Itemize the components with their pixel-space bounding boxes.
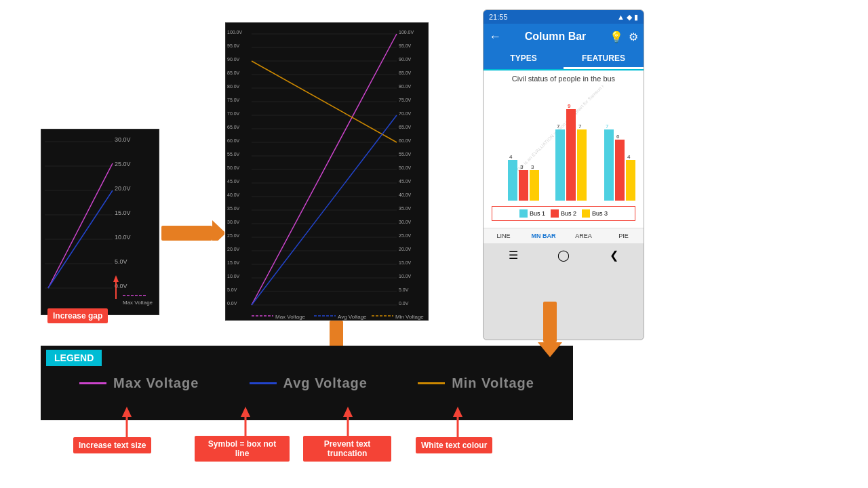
svg-text:45.0V: 45.0V — [227, 179, 240, 184]
phone-legend-bus3: Bus 3 — [582, 209, 608, 218]
svg-text:90.0V: 90.0V — [399, 57, 412, 62]
prevent-truncation-label: Prevent text truncation — [303, 436, 391, 462]
svg-rect-108 — [566, 109, 576, 201]
svg-marker-123 — [122, 407, 132, 417]
svg-text:5.0V: 5.0V — [227, 287, 237, 292]
svg-rect-115 — [615, 140, 625, 201]
svg-text:10.0V: 10.0V — [115, 234, 131, 241]
arrow-phone-bottom — [538, 302, 562, 357]
settings-icon[interactable]: ⚙ — [629, 30, 638, 43]
svg-text:25.0V: 25.0V — [227, 233, 240, 238]
svg-text:100.0V: 100.0V — [227, 30, 243, 35]
symbol-box-label: Symbol = box not line — [195, 436, 290, 462]
bulb-icon[interactable]: 💡 — [610, 30, 623, 43]
phone-nav-bar: ☰ ◯ ❮ — [484, 243, 644, 267]
svg-rect-110 — [577, 129, 587, 201]
phone-status-bar: 21:55 ▲ ◆ ▮ — [484, 10, 644, 24]
svg-text:65.0V: 65.0V — [227, 125, 240, 129]
phone-legend-box-bus3 — [582, 209, 590, 218]
svg-text:75.0V: 75.0V — [399, 98, 412, 102]
small-chart: 30.0V 25.0V 20.0V 15.0V 10.0V 5.0V 0.0V … — [41, 129, 159, 315]
bottom-tab-pie[interactable]: PIE — [604, 228, 644, 243]
legend-items: Max Voltage Avg Voltage Min Voltage — [41, 370, 573, 391]
phone-legend-box-bus1 — [519, 209, 528, 218]
svg-text:55.0V: 55.0V — [399, 152, 412, 157]
small-chart-svg: 30.0V 25.0V 20.0V 15.0V 10.0V 5.0V 0.0V … — [41, 129, 160, 316]
phone-legend-label-bus2: Bus 2 — [561, 210, 576, 217]
legend-line-max — [79, 382, 106, 384]
phone-legend-label-bus3: Bus 3 — [592, 210, 608, 217]
svg-text:Max Voltage: Max Voltage — [275, 314, 306, 320]
svg-rect-103 — [530, 170, 539, 201]
svg-text:100.0V: 100.0V — [399, 30, 414, 35]
phone-status-icons: ▲ ◆ ▮ — [617, 13, 638, 22]
svg-text:Min Voltage: Min Voltage — [395, 314, 424, 320]
phone-home-icon[interactable]: ◯ — [557, 249, 570, 262]
svg-text:10.0V: 10.0V — [227, 274, 240, 279]
svg-text:Max Voltage: Max Voltage — [123, 300, 153, 306]
tab-types[interactable]: TYPES — [484, 49, 564, 69]
svg-text:0.0V: 0.0V — [399, 301, 409, 306]
svg-line-14 — [48, 163, 113, 288]
svg-text:30.0V: 30.0V — [399, 220, 412, 224]
svg-marker-127 — [343, 407, 353, 417]
legend-item-max: Max Voltage — [79, 375, 199, 391]
svg-text:Married: Married — [557, 199, 575, 201]
svg-text:95.0V: 95.0V — [399, 43, 412, 48]
svg-text:4: 4 — [627, 154, 631, 160]
svg-text:0.0V: 0.0V — [227, 301, 237, 306]
svg-text:30.0V: 30.0V — [227, 220, 240, 224]
svg-text:10.0V: 10.0V — [399, 274, 412, 279]
svg-rect-99 — [508, 160, 517, 201]
svg-text:60.0V: 60.0V — [399, 138, 412, 143]
svg-text:80.0V: 80.0V — [399, 84, 412, 89]
large-chart: 100.0V 95.0V 90.0V 85.0V 80.0V 75.0V 70.… — [225, 22, 429, 321]
legend-line-min — [418, 382, 445, 384]
bottom-tab-line[interactable]: LINE — [484, 228, 524, 243]
svg-text:80.0V: 80.0V — [227, 84, 240, 89]
svg-text:Widower: Widower — [604, 199, 625, 201]
svg-text:15.0V: 15.0V — [399, 260, 412, 265]
svg-text:15.0V: 15.0V — [115, 209, 131, 216]
legend-bar: LEGEND Max Voltage Avg Voltage Min Volta… — [41, 346, 573, 420]
svg-text:5.0V: 5.0V — [399, 287, 409, 292]
svg-text:20.0V: 20.0V — [399, 247, 412, 251]
svg-text:60.0V: 60.0V — [227, 138, 240, 143]
tab-features[interactable]: FEATURES — [564, 49, 644, 69]
svg-marker-129 — [453, 407, 462, 417]
svg-text:45.0V: 45.0V — [399, 179, 412, 184]
legend-item-min: Min Voltage — [418, 375, 534, 391]
svg-text:Single: Single — [507, 199, 523, 201]
svg-text:85.0V: 85.0V — [399, 70, 412, 75]
svg-text:20.0V: 20.0V — [227, 247, 240, 251]
phone-legend-label-bus1: Bus 1 — [530, 210, 545, 217]
phone-tabs: TYPES FEATURES — [484, 49, 644, 70]
back-icon[interactable]: ← — [489, 30, 501, 44]
phone-legend-box-bus2 — [551, 209, 559, 218]
svg-text:7: 7 — [606, 123, 609, 129]
large-chart-svg: 100.0V 95.0V 90.0V 85.0V 80.0V 75.0V 70.… — [226, 23, 429, 321]
svg-text:50.0V: 50.0V — [227, 165, 240, 170]
svg-rect-117 — [626, 160, 635, 201]
bottom-tab-area[interactable]: AREA — [564, 228, 604, 243]
svg-text:25.0V: 25.0V — [115, 161, 131, 167]
bottom-tab-mnbar[interactable]: MN BAR — [524, 228, 564, 243]
svg-text:90.0V: 90.0V — [227, 57, 240, 62]
svg-text:50.0V: 50.0V — [399, 165, 412, 170]
svg-marker-121 — [538, 342, 562, 357]
svg-text:30.0V: 30.0V — [115, 136, 131, 143]
phone-legend-bus2: Bus 2 — [551, 209, 576, 218]
svg-text:75.0V: 75.0V — [227, 98, 240, 102]
phone-chart-title: Civil status of people in the bus — [488, 75, 639, 83]
phone-menu-icon[interactable]: ☰ — [509, 249, 518, 262]
svg-text:35.0V: 35.0V — [399, 206, 412, 211]
svg-text:9: 9 — [568, 103, 571, 109]
phone-legend-bus1: Bus 1 — [519, 209, 545, 218]
svg-text:4: 4 — [509, 154, 513, 160]
svg-rect-106 — [555, 129, 565, 201]
phone-title-bar: ← Column Bar 💡 ⚙ — [484, 24, 644, 49]
svg-text:70.0V: 70.0V — [227, 111, 240, 116]
svg-text:95.0V: 95.0V — [227, 43, 240, 48]
phone-back-icon[interactable]: ❮ — [610, 249, 618, 262]
phone-chart-area: Civil status of people in the bus This i… — [484, 70, 644, 228]
